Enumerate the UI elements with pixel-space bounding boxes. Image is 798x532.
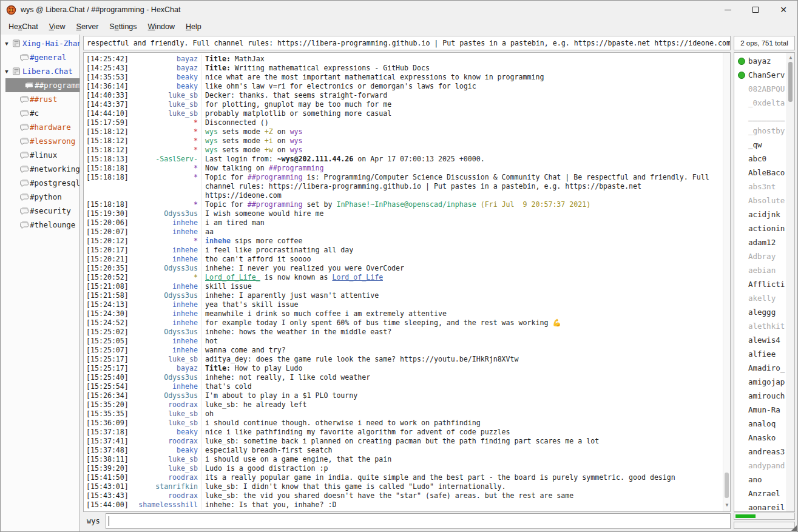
userlist-item-akelly[interactable]: akelly bbox=[734, 291, 794, 305]
sidebar-item-general[interactable]: #general bbox=[1, 50, 79, 64]
timestamp: [15:37:41] bbox=[86, 437, 130, 446]
sidebar-item-linux[interactable]: #linux bbox=[1, 148, 79, 162]
resize-grip[interactable] bbox=[791, 525, 797, 531]
userlist-item-amadiro_[interactable]: Amadiro_ bbox=[734, 361, 794, 375]
sidebar-item-thelounge[interactable]: #thelounge bbox=[1, 218, 79, 232]
timestamp: [15:20:06] bbox=[86, 218, 130, 227]
sidebar-item-programming[interactable]: ##programming bbox=[5, 78, 79, 92]
userlist-scrollbar-thumb[interactable] bbox=[788, 62, 793, 102]
userlist-item-amigojap[interactable]: amigojap bbox=[734, 375, 794, 389]
userlist-item-analoq[interactable]: analoq bbox=[734, 417, 794, 431]
userlist-item-andreas3[interactable]: andreas3 bbox=[734, 445, 794, 459]
userlist-item-adam12[interactable]: adam12 bbox=[734, 235, 794, 249]
channel-label: ##programming bbox=[35, 81, 79, 90]
menu-item-hexchat[interactable]: HexChat bbox=[3, 21, 44, 33]
timestamp: [15:20:07] bbox=[86, 227, 130, 237]
timestamp: [15:24:52] bbox=[86, 318, 130, 328]
scroll-down-icon[interactable]: ▼ bbox=[723, 502, 731, 508]
user-nick-label: Adbray bbox=[748, 252, 776, 261]
message-text: Topic for ##programming set by InPhase!~… bbox=[201, 200, 590, 209]
sidebar-item-rust[interactable]: ##rust bbox=[1, 92, 79, 106]
expander-arrow-icon[interactable]: ▼ bbox=[1, 69, 10, 75]
userlist-item-ano[interactable]: ano bbox=[734, 473, 794, 487]
user-nick-label: alewis4 bbox=[748, 335, 780, 345]
chat-message-row: [15:43:43]roodraxluke_sb: the vid you sh… bbox=[86, 491, 722, 500]
userlist-item-adbray[interactable]: Adbray bbox=[734, 249, 794, 263]
userlist-item-acidjnk[interactable]: acidjnk bbox=[734, 207, 794, 221]
window-title: wys @ Libera.Chat / ##programming - HexC… bbox=[21, 5, 181, 14]
userlist-item-bayaz[interactable]: bayaz bbox=[734, 54, 794, 68]
userlist-item-anasko[interactable]: Anasko bbox=[734, 431, 794, 445]
expander-arrow-icon[interactable]: ▼ bbox=[1, 41, 10, 47]
userlist-item-anzrael[interactable]: Anzrael bbox=[734, 487, 794, 500]
chat-message-row: [15:18:18]*Now talking on ##programming bbox=[86, 164, 722, 173]
userlist-item-amirouch[interactable]: amirouch bbox=[734, 389, 794, 403]
chat-scrollbar[interactable]: ▼ bbox=[723, 53, 730, 511]
userlist-item-aebian[interactable]: aebian bbox=[734, 263, 794, 277]
message-segment: sets mode bbox=[218, 146, 265, 154]
message-segment: on bbox=[273, 127, 290, 136]
sidebar-item-lesswrong[interactable]: #lesswrong bbox=[1, 134, 79, 148]
message-link[interactable]: https://youtu.be/IHkRjn8XVtw bbox=[400, 355, 518, 363]
sidebar-item-security[interactable]: #security bbox=[1, 204, 79, 218]
close-button[interactable]: ✕ bbox=[769, 1, 797, 19]
topic-entry[interactable]: respectful and friendly. Full channel ru… bbox=[83, 36, 731, 50]
chat-message-row: [15:39:20]luke_sbLudo is a good distract… bbox=[86, 464, 722, 473]
menu-item-window[interactable]: Window bbox=[143, 21, 180, 33]
userlist-item-aleggg[interactable]: aleggg bbox=[734, 305, 794, 319]
message-input[interactable] bbox=[106, 513, 731, 529]
channel-icon bbox=[19, 151, 29, 160]
userlist-item-________[interactable]: ________ bbox=[734, 110, 794, 124]
menu-item-help[interactable]: Help bbox=[180, 21, 207, 33]
maximize-button[interactable] bbox=[742, 1, 769, 19]
chat-message-row: [15:25:02]Odyss3usinhehe: hows the weath… bbox=[86, 328, 722, 337]
message-text: inhehe: hows the weather in the middle e… bbox=[201, 328, 391, 337]
message-segment: that's cold bbox=[205, 382, 252, 391]
sidebar-item-hardware[interactable]: #hardware bbox=[1, 120, 79, 134]
menu-item-server[interactable]: Server bbox=[71, 21, 104, 33]
userlist-scrollbar[interactable]: ▲ bbox=[786, 53, 794, 511]
message-nick: luke_sb bbox=[130, 355, 201, 364]
userlist-item-abs3nt[interactable]: abs3nt bbox=[734, 180, 794, 194]
menu-item-view[interactable]: View bbox=[44, 21, 71, 33]
sidebar-item-c[interactable]: #c bbox=[1, 106, 79, 120]
user-nick-label: akelly bbox=[748, 294, 776, 303]
userlist-item-_qw[interactable]: _qw bbox=[734, 138, 794, 152]
userlist-item-alfiee[interactable]: alfiee bbox=[734, 347, 794, 361]
userlist-item-alethkit[interactable]: alethkit bbox=[734, 319, 794, 333]
minimize-button[interactable] bbox=[714, 1, 742, 19]
sidebar-item-postgresql[interactable]: #postgresql bbox=[1, 176, 79, 190]
message-nick: luke_sb bbox=[130, 91, 201, 100]
message-text: especially breadh-first seatch bbox=[201, 446, 332, 455]
message-segment: tho can't afford it soooo bbox=[205, 255, 311, 263]
userlist-item-actionin[interactable]: actionin bbox=[734, 221, 794, 235]
own-nick-button[interactable]: wys bbox=[83, 517, 103, 525]
userlist-item-_0xdelta[interactable]: _0xdelta bbox=[734, 96, 794, 110]
userlist-item-aonareil[interactable]: aonareil bbox=[734, 500, 794, 512]
user-nick-label: adam12 bbox=[748, 238, 776, 247]
userlist-item-amun-ra[interactable]: Amun-Ra bbox=[734, 403, 794, 417]
sidebar-item-libera.chat[interactable]: ▼Libera.Chat bbox=[1, 64, 79, 78]
userlist-item-chanserv[interactable]: ChanServ bbox=[734, 68, 794, 82]
sidebar-item-xing-hai-zhan[interactable]: ▼Xing-Hai-Zhan bbox=[1, 36, 79, 50]
timestamp: [15:20:21] bbox=[86, 255, 130, 264]
message-nick: luke_sb bbox=[130, 455, 201, 464]
userlist-item-andypand[interactable]: andypand bbox=[734, 459, 794, 473]
chat-scrollbar-thumb[interactable] bbox=[725, 473, 729, 498]
message-nick: stanrifkin bbox=[130, 482, 201, 491]
message-text: wys sets mode +Z on wys bbox=[201, 127, 303, 136]
timestamp: [14:44:10] bbox=[86, 109, 130, 118]
sidebar-item-python[interactable]: #python bbox=[1, 190, 79, 204]
userlist-item-_ghostby[interactable]: _ghostby bbox=[734, 124, 794, 138]
sidebar-item-networking[interactable]: #networking bbox=[1, 162, 79, 176]
message-segment: on bbox=[273, 136, 290, 145]
chat-message-row: [15:26:34]Odyss3usI'm about to play in a… bbox=[86, 391, 722, 400]
userlist-item-afflicti[interactable]: Afflicti bbox=[734, 277, 794, 291]
userlist-item-ablebaco[interactable]: AbleBaco bbox=[734, 166, 794, 180]
userlist-item-abc0[interactable]: abc0 bbox=[734, 152, 794, 166]
userlist-item-absolute[interactable]: Absolute bbox=[734, 194, 794, 207]
scroll-up-icon[interactable]: ▲ bbox=[787, 55, 794, 60]
userlist-item-alewis4[interactable]: alewis4 bbox=[734, 333, 794, 347]
userlist-item-082abpqu[interactable]: 082ABPQU bbox=[734, 82, 794, 96]
menu-item-settings[interactable]: Settings bbox=[104, 21, 142, 33]
